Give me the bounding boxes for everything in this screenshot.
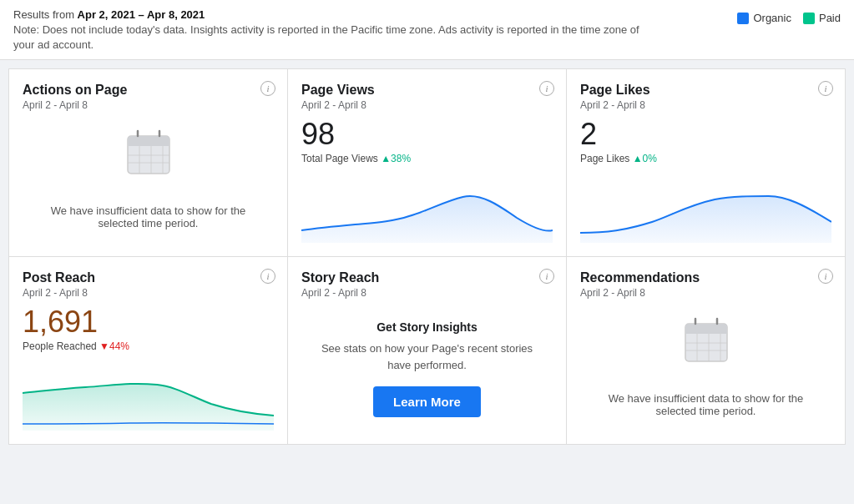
paid-label: Paid <box>819 12 841 24</box>
paid-dot <box>803 13 815 24</box>
pagelikes-change: ▲0% <box>633 153 657 164</box>
learn-more-button[interactable]: Learn More <box>373 386 481 417</box>
insufficient-text-recommendations: We have insufficient data to show for th… <box>580 379 831 431</box>
card-post-reach: i Post Reach April 2 - April 8 1,691 Peo… <box>9 257 287 444</box>
card-title-pagelikes: Page Likes <box>580 83 831 98</box>
card-date-storyreach: April 2 - April 8 <box>301 287 553 299</box>
insufficient-text-actions: We have insufficient data to show for th… <box>23 191 274 243</box>
card-title-pageviews: Page Views <box>301 83 553 98</box>
story-reach-content: Get Story Insights See stats on how your… <box>301 307 553 431</box>
header-bar: Results from Apr 2, 2021 – Apr 8, 2021 N… <box>0 0 854 60</box>
card-title-actions: Actions on Page <box>23 83 274 98</box>
postreach-chart <box>23 364 274 431</box>
svg-rect-12 <box>685 330 727 334</box>
pageviews-chart <box>301 176 553 243</box>
postreach-label: People Reached <box>23 340 97 352</box>
pagelikes-chart <box>580 176 831 243</box>
dashboard-grid: i Actions on Page April 2 - April 8 We h… <box>8 68 846 445</box>
pageviews-number: 98 <box>301 119 553 149</box>
legend: Organic Paid <box>737 12 841 24</box>
date-range: Apr 2, 2021 – Apr 8, 2021 <box>78 8 205 21</box>
card-page-likes: i Page Likes April 2 - April 8 2 Page Li… <box>567 69 845 256</box>
story-reach-cta-title: Get Story Insights <box>376 320 478 334</box>
story-reach-cta-desc: See stats on how your Page's recent stor… <box>318 340 536 373</box>
pagelikes-label: Page Likes <box>580 153 629 164</box>
pagelikes-number: 2 <box>580 119 831 149</box>
card-title-recommendations: Recommendations <box>580 270 831 285</box>
calendar-icon-recommendations <box>681 315 731 365</box>
header-note: Note: Does not include today's data. Ins… <box>13 23 648 53</box>
card-actions-on-page: i Actions on Page April 2 - April 8 We h… <box>9 69 287 256</box>
card-date-actions: April 2 - April 8 <box>23 99 274 111</box>
svg-rect-2 <box>128 142 169 146</box>
card-date-postreach: April 2 - April 8 <box>23 287 274 299</box>
card-title-storyreach: Story Reach <box>301 270 553 285</box>
card-story-reach: i Story Reach April 2 - April 8 Get Stor… <box>288 257 566 444</box>
card-date-recommendations: April 2 - April 8 <box>580 287 831 299</box>
header-text: Results from Apr 2, 2021 – Apr 8, 2021 N… <box>13 8 648 53</box>
legend-paid: Paid <box>803 12 841 24</box>
legend-organic: Organic <box>737 12 791 24</box>
calendar-icon-actions <box>124 128 174 178</box>
results-date: Results from Apr 2, 2021 – Apr 8, 2021 <box>13 8 648 21</box>
organic-dot <box>737 13 749 24</box>
card-date-pageviews: April 2 - April 8 <box>301 99 553 111</box>
postreach-change: ▼44% <box>99 340 129 352</box>
pagelikes-metric: Page Likes ▲0% <box>580 153 831 164</box>
card-date-pagelikes: April 2 - April 8 <box>580 99 831 111</box>
postreach-number: 1,691 <box>23 307 274 337</box>
pageviews-label: Total Page Views <box>301 153 378 164</box>
organic-label: Organic <box>753 12 791 24</box>
card-recommendations: i Recommendations April 2 - April 8 We h… <box>567 257 845 444</box>
pageviews-change: ▲38% <box>381 153 411 164</box>
postreach-metric: People Reached ▼44% <box>23 340 274 352</box>
pageviews-metric: Total Page Views ▲38% <box>301 153 553 164</box>
card-title-postreach: Post Reach <box>23 270 274 285</box>
card-page-views: i Page Views April 2 - April 8 98 Total … <box>288 69 566 256</box>
results-label: Results from <box>13 8 78 21</box>
